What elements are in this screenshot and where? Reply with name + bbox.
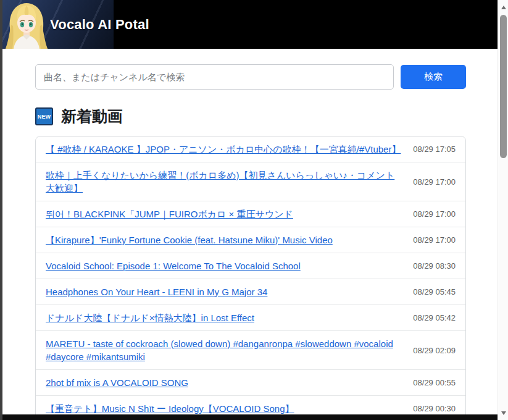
search-button[interactable]: 検索 [401, 65, 466, 89]
video-link[interactable]: 뛰어！BLACKPINK「JUMP｜FUIROボカロ × 重圧サウンド [46, 208, 293, 220]
video-row: Headphones On Your Heart - LEENI in My G… [36, 279, 465, 305]
video-link[interactable]: Headphones On Your Heart - LEENI in My G… [46, 285, 267, 298]
video-timestamp: 08/29 00:55 [413, 378, 456, 387]
avatar [2, 0, 51, 49]
main-content: 検索 NEW 新着動画 【 #歌枠 / KARAOKE 】JPOP・アニソン・ボ… [2, 49, 498, 414]
video-link[interactable]: 2hot bf mix is A VOCALOID SONG [46, 376, 188, 389]
video-link[interactable]: 【Kirapure】'Funky Fortune Cookie (feat. H… [46, 233, 333, 246]
video-link[interactable]: Vocaloid School: Episode 1: Welcome To T… [46, 259, 301, 272]
video-row: 2hot bf mix is A VOCALOID SONG 08/29 00:… [36, 370, 465, 396]
video-row: 【Kirapure】'Funky Fortune Cookie (feat. H… [36, 227, 465, 253]
page-title: Vocalo AI Potal [50, 17, 149, 33]
video-timestamp: 08/29 05:42 [413, 313, 456, 322]
video-link[interactable]: 【 #歌枠 / KARAOKE 】JPOP・アニソン・ボカロ中心の歌枠！【一宮真… [46, 143, 401, 156]
video-timestamp: 08/29 00:30 [413, 404, 456, 413]
video-timestamp: 08/29 17:00 [413, 235, 456, 245]
video-row: Vocaloid School: Episode 1: Welcome To T… [36, 253, 465, 279]
scrollbar-down-icon[interactable] [498, 408, 508, 418]
video-timestamp: 08/29 17:00 [413, 177, 456, 187]
video-link[interactable]: MARETU - taste of cockroach (slowed down… [46, 337, 402, 363]
video-row: 뛰어！BLACKPINK「JUMP｜FUIROボカロ × 重圧サウンド 08/2… [36, 201, 465, 227]
video-list: 【 #歌枠 / KARAOKE 】JPOP・アニソン・ボカロ中心の歌枠！【一宮真… [35, 136, 466, 420]
video-timestamp: 08/29 05:45 [413, 287, 456, 296]
video-timestamp: 08/29 08:30 [413, 261, 456, 271]
app-header: Vocalo AI Potal [2, 0, 498, 49]
search-input[interactable] [35, 64, 394, 90]
footer-bar [2, 414, 498, 420]
video-row: 【 #歌枠 / KARAOKE 】JPOP・アニソン・ボカロ中心の歌枠！【一宮真… [36, 136, 465, 162]
video-row: ドナルド大陸【ドナルド×情熱大陸】in Lost Effect 08/29 05… [36, 305, 465, 331]
video-link[interactable]: ドナルド大陸【ドナルド×情熱大陸】in Lost Effect [46, 311, 254, 324]
section-header: NEW 新着動画 [35, 106, 466, 127]
scrollbar-up-icon[interactable] [498, 2, 508, 12]
video-link[interactable]: 【重音テト】Music N Shīt ー Ideology【VOCALOID S… [46, 402, 294, 415]
video-link[interactable]: 歌枠｜上手くなりたいから練習！(ボカロ多め)【初見さんいらっしゃい♪・コメント大… [46, 169, 402, 195]
section-title: 新着動画 [61, 106, 123, 127]
new-badge-icon: NEW [35, 107, 53, 125]
video-timestamp: 08/29 02:09 [413, 346, 456, 355]
video-row: 歌枠｜上手くなりたいから練習！(ボカロ多め)【初見さんいらっしゃい♪・コメント大… [36, 162, 465, 201]
video-timestamp: 08/29 17:05 [413, 145, 456, 154]
scrollbar[interactable] [498, 0, 508, 420]
video-timestamp: 08/29 17:00 [413, 209, 456, 219]
video-row: MARETU - taste of cockroach (slowed down… [36, 331, 465, 370]
window-edge [0, 0, 2, 420]
scrollbar-thumb[interactable] [500, 15, 507, 158]
search-bar: 検索 [35, 64, 466, 90]
